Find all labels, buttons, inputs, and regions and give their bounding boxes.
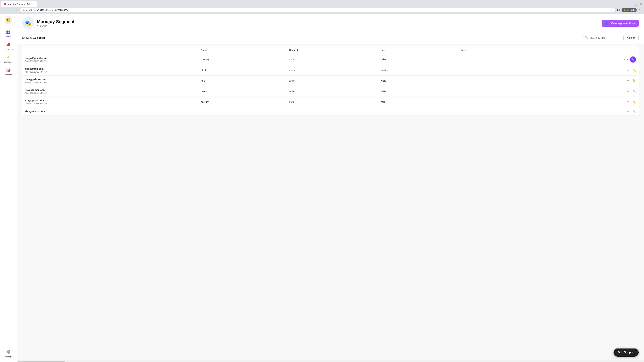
forward-button[interactable]: → — [8, 8, 13, 12]
sidebar-item-settings-label: Settings — [5, 356, 12, 358]
more-button[interactable]: ••• — [627, 90, 631, 93]
analytics-icon: 📊 — [5, 67, 12, 73]
more-button[interactable]: ••• — [627, 100, 631, 104]
sidebar-item-analytics-label: Analytics — [4, 74, 12, 76]
extensions-button[interactable]: 🔲 — [616, 8, 621, 12]
row-actions-cell: ••• ✏️ — [528, 107, 639, 116]
row-actions: ••• ✏️ — [531, 100, 636, 104]
edit-button[interactable]: ✏️ — [632, 100, 636, 104]
address-bar-row: ← → ↻ 🔒 getdrip.com/7641396/segments/797… — [0, 7, 644, 14]
search-box[interactable]: 🔍 — [582, 35, 621, 41]
minimize-button[interactable]: — — [629, 2, 633, 6]
more-button[interactable]: ••• — [627, 110, 631, 113]
row-actions: ••• ✏️ — [531, 90, 636, 93]
col-name1-val — [286, 107, 378, 116]
row-actions-cell: ••• ✏️ — [528, 54, 639, 65]
edit-button[interactable]: ✏️ — [632, 90, 636, 93]
col-name1-val: white — [286, 86, 378, 97]
scroll-thumb[interactable] — [18, 361, 65, 362]
col-one-val: white — [378, 86, 458, 97]
col-email — [22, 46, 198, 54]
col-name-val: black — [198, 65, 286, 76]
person-added: Added 12/12/23 5:55 PM — [25, 102, 196, 105]
workflows-icon: ⚡ — [5, 54, 12, 60]
people-table: Name Name_1 one three bingo@gmail.com Ad… — [22, 46, 639, 116]
back-button[interactable]: ← — [2, 8, 7, 12]
table-row: 123@gmail.com Added 12/12/23 5:55 PM ace… — [22, 97, 639, 107]
more-button[interactable]: ••• — [627, 68, 631, 72]
toolbar: Showing 13 people. 🔍 Actions — [17, 32, 644, 44]
edit-button-active[interactable]: ✏️ — [630, 56, 636, 62]
horizontal-scrollbar[interactable] — [17, 360, 644, 362]
sidebar-item-people[interactable]: 👥 People — [1, 27, 16, 39]
col-one-val: cake — [378, 54, 458, 65]
menu-button[interactable]: ⋮ — [637, 8, 642, 12]
tab-close-button[interactable]: ✕ — [32, 3, 34, 5]
col-three-val — [458, 86, 528, 97]
col-name: Name — [198, 46, 286, 54]
bookmark-icon[interactable]: ☆ — [610, 9, 612, 11]
sidebar-logo: 😊 — [5, 16, 12, 24]
url-text: getdrip.com/7641396/segments/797604754 — [26, 9, 609, 11]
col-name-val: heis — [198, 76, 286, 86]
tab-title: Moodjoy Segment · Drip — [8, 3, 31, 5]
address-bar[interactable]: 🔒 getdrip.com/7641396/segments/797604754… — [20, 8, 615, 12]
sidebar-item-workflows-label: Workflows — [4, 61, 12, 63]
col-one-val: here — [378, 97, 458, 107]
showing-prefix: Showing — [22, 36, 33, 39]
col-one-val: master — [378, 65, 458, 76]
actions-button[interactable]: Actions — [623, 35, 639, 41]
person-email[interactable]: 123@gmail.com — [25, 99, 196, 102]
incognito-icon: 🕵️ — [623, 9, 626, 11]
person-added: Added 12/12/23 5:55 PM — [25, 81, 196, 84]
table-header: Name Name_1 one three — [22, 46, 639, 54]
more-button[interactable]: ••• — [624, 58, 628, 61]
incognito-button[interactable]: 🕵️ Incognito — [622, 8, 636, 12]
sidebar-item-campaigns[interactable]: 📣 Campaigns — [1, 40, 16, 52]
main-content: 🎭 Moodjoy Segment All people 👤+ View seg… — [17, 14, 644, 362]
person-info: abc@yahoo.com — [22, 107, 198, 116]
col-three-val — [458, 107, 528, 116]
person-email[interactable]: heya@gmail.com — [25, 88, 196, 91]
edit-button[interactable]: ✏️ — [632, 79, 636, 82]
person-info: love@yahoo.com Added 12/12/23 5:55 PM — [22, 76, 198, 86]
row-actions-cell: ••• ✏️ — [528, 65, 639, 76]
sidebar-item-campaigns-label: Campaigns — [4, 48, 13, 50]
edit-button[interactable]: ✏️ — [632, 110, 636, 113]
segment-avatar: 🎭 — [22, 17, 34, 29]
row-actions-cell: ••• ✏️ — [528, 86, 639, 97]
segment-info: Moodjoy Segment All people — [37, 19, 599, 27]
sidebar: 😊 👥 People 📣 Campaigns ⚡ Workflows 📊 Ana… — [0, 14, 17, 362]
table-row: bingo@gmail.com Added 12/12/23 5:55 PM c… — [22, 54, 639, 65]
person-email[interactable]: abc@yahoo.com — [25, 110, 196, 113]
campaigns-icon: 📣 — [5, 41, 12, 48]
col-one: one — [378, 46, 458, 54]
table-row: girl@gmail.com Added 12/12/23 5:55 PM bl… — [22, 65, 639, 76]
person-info: heya@gmail.com Added 12/12/23 5:55 PM — [22, 86, 198, 97]
col-one-val — [378, 107, 458, 116]
sidebar-item-settings[interactable]: ⚙️ Settings — [1, 347, 16, 359]
reload-button[interactable]: ↻ — [14, 8, 19, 12]
col-three-val — [458, 97, 528, 107]
app-container: 😊 👥 People 📣 Campaigns ⚡ Workflows 📊 Ana… — [0, 14, 644, 362]
sidebar-item-workflows[interactable]: ⚡ Workflows — [1, 53, 16, 65]
person-email[interactable]: love@yahoo.com — [25, 78, 196, 81]
close-window-button[interactable]: ✕ — [639, 2, 643, 6]
edit-button[interactable]: ✏️ — [632, 69, 636, 72]
person-email[interactable]: girl@gmail.com — [25, 67, 196, 70]
active-tab[interactable]: D Moodjoy Segment · Drip ✕ — [1, 1, 37, 7]
search-input[interactable] — [590, 36, 619, 39]
more-button[interactable]: ••• — [627, 79, 631, 83]
segment-subtitle: All people — [37, 25, 599, 27]
table-row: abc@yahoo.com ••• ✏️ — [22, 107, 639, 116]
sidebar-item-people-label: People — [5, 35, 11, 37]
maximize-button[interactable]: ⬜ — [634, 2, 638, 6]
view-segment-filters-button[interactable]: 👤+ View segment filters — [602, 19, 639, 27]
person-email[interactable]: bingo@gmail.com — [25, 57, 196, 59]
person-info: 123@gmail.com Added 12/12/23 5:55 PM — [22, 97, 198, 107]
sidebar-item-analytics[interactable]: 📊 Analytics — [1, 65, 16, 77]
incognito-label: Incognito — [627, 9, 635, 11]
col-name-val: chesssy — [198, 54, 286, 65]
drip-support-button[interactable]: Drip Support — [614, 348, 639, 357]
new-tab-button[interactable]: + — [38, 2, 42, 6]
